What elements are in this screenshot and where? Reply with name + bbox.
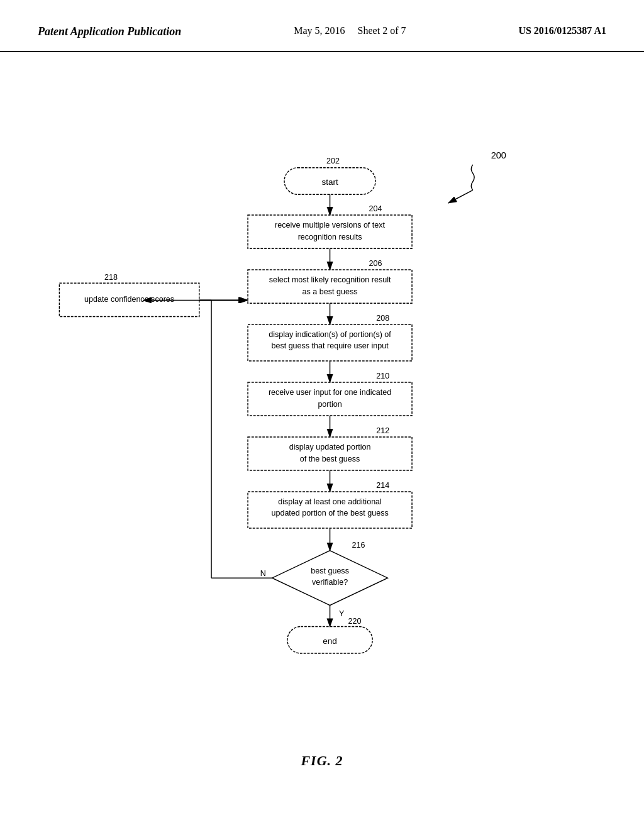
diagram-area: 200 start 202 receive multiple versions … [0,52,644,782]
end-label: end [323,636,337,646]
start-label: start [321,177,338,187]
label-212-line1: display updated portion [289,443,371,451]
ref-204: 204 [369,204,382,213]
label-204-line1: receive multiple versions of text [275,221,386,230]
header: Patent Application Publication May 5, 20… [0,0,644,52]
label-214-line2: updated portion of the best guess [271,509,388,517]
ref-206: 206 [369,259,382,268]
date: May 5, 2016 [294,25,345,36]
label-216-line2: verifiable? [312,578,348,587]
node-204 [248,215,412,248]
ref-202: 202 [326,157,340,165]
label-206-line1: select most likely recognition result [269,275,391,284]
label-214-line1: display at least one additional [278,497,382,506]
label-210-line2: portion [318,400,341,409]
sheet: Sheet 2 of 7 [358,25,406,36]
ref-218: 218 [104,273,118,282]
ref-212: 212 [376,426,389,435]
ref-214: 214 [376,481,389,490]
publication-label: Patent Application Publication [38,25,181,38]
ref-216: 216 [352,541,365,550]
ref-220: 220 [348,617,362,626]
ref-210: 210 [376,372,389,380]
ref-208: 208 [376,314,389,323]
label-210-line1: receive user input for one indicated [269,388,391,397]
node-210 [248,382,412,416]
flowchart-svg: 200 start 202 receive multiple versions … [0,52,644,782]
label-N: N [260,569,266,578]
label-208-line2: best guess that require user input [271,341,389,350]
node-206 [248,270,412,303]
node-212 [248,437,412,470]
label-206-line2: as a best guess [303,287,358,296]
ref-200: 200 [491,150,506,160]
label-204-line2: recognition results [298,233,362,241]
svg-line-1 [448,190,473,202]
figure-label: FIG. 2 [301,753,343,769]
date-sheet: May 5, 2016 Sheet 2 of 7 [294,25,406,36]
patent-number: US 2016/0125387 A1 [518,25,606,36]
label-212-line2: of the best guess [300,455,360,463]
label-218: update confidence scores [84,295,174,304]
label-Y: Y [339,609,345,618]
label-216-line1: best guess [311,567,349,575]
label-208-line1: display indication(s) of portion(s) of [269,330,391,339]
